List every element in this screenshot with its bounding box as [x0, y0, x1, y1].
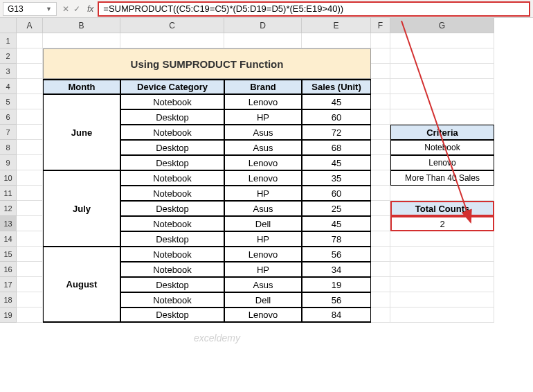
empty-cell[interactable] [302, 33, 371, 48]
empty-cell[interactable] [371, 186, 390, 201]
fx-label[interactable]: fx [86, 4, 95, 14]
row-header[interactable]: 18 [0, 292, 17, 308]
row-header[interactable]: 9 [0, 155, 17, 170]
empty-cell[interactable] [371, 125, 390, 140]
empty-cell[interactable] [390, 79, 494, 94]
empty-cell[interactable] [371, 170, 390, 186]
empty-cell[interactable] [390, 33, 494, 48]
empty-cell[interactable] [371, 201, 390, 216]
table-cell: Desktop [120, 155, 224, 170]
empty-cell[interactable] [224, 33, 302, 48]
row-header[interactable]: 16 [0, 262, 17, 277]
empty-cell[interactable] [390, 292, 494, 308]
watermark: exceldemy [194, 332, 240, 344]
empty-cell[interactable] [371, 308, 390, 323]
row-header[interactable]: 7 [0, 125, 17, 140]
empty-cell[interactable] [17, 308, 43, 323]
empty-cell[interactable] [390, 48, 494, 64]
table-cell: Asus [224, 125, 302, 140]
row-header[interactable]: 15 [0, 247, 17, 262]
total-counts-value[interactable]: 2 [390, 216, 494, 231]
empty-cell[interactable] [17, 186, 43, 201]
empty-cell[interactable] [17, 109, 43, 125]
empty-cell[interactable] [390, 262, 494, 277]
empty-cell[interactable] [390, 94, 494, 109]
empty-cell[interactable] [17, 277, 43, 292]
empty-cell[interactable] [371, 216, 390, 231]
col-header[interactable]: G [390, 18, 494, 33]
row-header[interactable]: 4 [0, 79, 17, 94]
month-cell: June [43, 94, 120, 170]
empty-cell[interactable] [17, 231, 43, 247]
empty-cell[interactable] [371, 48, 390, 64]
row-header[interactable]: 12 [0, 201, 17, 216]
empty-cell[interactable] [390, 186, 494, 201]
row-header[interactable]: 17 [0, 277, 17, 292]
empty-cell[interactable] [371, 33, 390, 48]
enter-icon[interactable]: ✓ [73, 4, 80, 14]
empty-cell[interactable] [120, 33, 224, 48]
empty-cell[interactable] [371, 79, 390, 94]
empty-cell[interactable] [371, 262, 390, 277]
row-header[interactable]: 6 [0, 109, 17, 125]
row-header[interactable]: 2 [0, 48, 17, 64]
row-header[interactable]: 1 [0, 33, 17, 48]
col-header[interactable]: F [371, 18, 390, 33]
row-header[interactable]: 11 [0, 186, 17, 201]
empty-cell[interactable] [371, 64, 390, 79]
empty-cell[interactable] [17, 48, 43, 64]
empty-cell[interactable] [17, 262, 43, 277]
empty-cell[interactable] [390, 109, 494, 125]
col-header[interactable]: B [43, 18, 120, 33]
empty-cell[interactable] [371, 109, 390, 125]
col-header[interactable]: C [120, 18, 224, 33]
empty-cell[interactable] [17, 140, 43, 155]
empty-cell[interactable] [17, 292, 43, 308]
empty-cell[interactable] [371, 155, 390, 170]
row-header[interactable]: 5 [0, 94, 17, 109]
row-header[interactable]: 13 [0, 216, 17, 231]
empty-cell[interactable] [17, 33, 43, 48]
name-box[interactable]: G13 ▼ [3, 2, 57, 16]
row-header[interactable]: 19 [0, 308, 17, 323]
col-header[interactable]: E [302, 18, 371, 33]
empty-cell[interactable] [17, 125, 43, 140]
empty-cell[interactable] [371, 140, 390, 155]
col-header[interactable]: D [224, 18, 302, 33]
row-header[interactable]: 14 [0, 231, 17, 247]
table-cell: 60 [302, 186, 371, 201]
empty-cell[interactable] [17, 79, 43, 94]
empty-cell[interactable] [17, 64, 43, 79]
cancel-icon[interactable]: ✕ [62, 4, 69, 14]
empty-cell[interactable] [17, 170, 43, 186]
empty-cell[interactable] [371, 292, 390, 308]
empty-cell[interactable] [390, 308, 494, 323]
empty-cell[interactable] [371, 231, 390, 247]
formula-bar-row: G13 ▼ ✕ ✓ fx =SUMPRODUCT((C5:C19=C5)*(D5… [0, 0, 533, 18]
empty-cell[interactable] [17, 94, 43, 109]
table-cell: Notebook [120, 186, 224, 201]
empty-cell[interactable] [390, 277, 494, 292]
table-cell: Lenovo [224, 247, 302, 262]
row-header[interactable]: 3 [0, 64, 17, 79]
empty-cell[interactable] [390, 231, 494, 247]
empty-cell[interactable] [390, 64, 494, 79]
col-header[interactable]: A [17, 18, 43, 33]
empty-cell[interactable] [371, 247, 390, 262]
empty-cell[interactable] [17, 155, 43, 170]
empty-cell[interactable] [17, 247, 43, 262]
row-header[interactable]: 10 [0, 170, 17, 186]
table-cell: Notebook [120, 94, 224, 109]
row-header[interactable]: 8 [0, 140, 17, 155]
empty-cell[interactable] [371, 94, 390, 109]
empty-cell[interactable] [371, 277, 390, 292]
empty-cell[interactable] [390, 247, 494, 262]
empty-cell[interactable] [17, 216, 43, 231]
formula-input[interactable]: =SUMPRODUCT((C5:C19=C5)*(D5:D19=D5)*(E5:… [98, 1, 530, 17]
select-all-corner[interactable] [0, 18, 17, 33]
chevron-down-icon[interactable]: ▼ [46, 6, 52, 12]
total-counts-header: Total Counts [390, 201, 494, 216]
spreadsheet-grid[interactable]: A B C D E F G 1 2 Using SUMPRODUCT Funct… [0, 18, 533, 323]
empty-cell[interactable] [43, 33, 120, 48]
empty-cell[interactable] [17, 201, 43, 216]
